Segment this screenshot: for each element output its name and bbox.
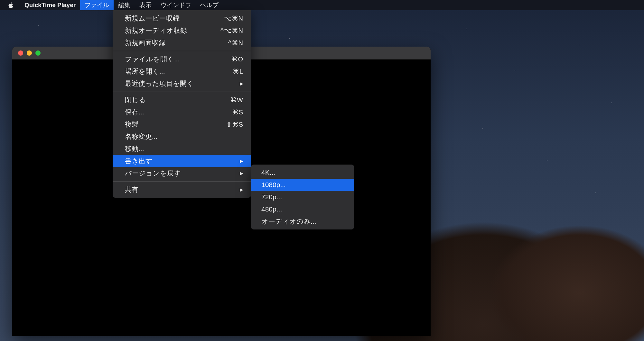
menu-編集[interactable]: 編集 [114, 0, 135, 10]
menu-表示[interactable]: 表示 [135, 0, 156, 10]
menu-item-label: 共有 [125, 185, 138, 194]
menu-shortcut: ⇧⌘S [226, 121, 243, 128]
menu-item-label: 場所を開く... [125, 67, 165, 76]
minimize-button[interactable] [27, 50, 32, 56]
menu-item-label: 新規画面収録 [125, 38, 165, 47]
traffic-lights [18, 50, 41, 56]
menu-ヘルプ[interactable]: ヘルプ [196, 0, 223, 10]
app-name[interactable]: QuickTime Player [20, 2, 80, 9]
apple-icon[interactable] [8, 2, 14, 8]
submenu-arrow-icon: ▶ [240, 81, 243, 86]
menu-item-複製[interactable]: 複製⇧⌘S [113, 118, 251, 130]
menu-item-ファイルを開く...[interactable]: ファイルを開く...⌘O [113, 53, 251, 65]
menu-item-label: 書き出す [125, 157, 153, 166]
menubar: QuickTime Player ファイル編集表示ウインドウヘルプ [0, 0, 644, 10]
export-option-4K[interactable]: 4K... [251, 166, 354, 179]
menu-item-新規画面収録[interactable]: 新規画面収録^⌘N [113, 37, 251, 49]
menu-ウインドウ[interactable]: ウインドウ [156, 0, 196, 10]
menu-shortcut: ^⌘N [228, 39, 243, 47]
menu-item-label: 閉じる [125, 95, 146, 104]
menu-item-label: 保存... [125, 108, 144, 117]
menu-shortcut: ^⌥⌘N [220, 27, 243, 34]
menu-item-移動...[interactable]: 移動... [113, 143, 251, 155]
menu-item-label: 移動... [125, 144, 144, 153]
menu-shortcut: ⌘W [230, 96, 243, 104]
menu-separator [113, 51, 251, 51]
menu-item-書き出す[interactable]: 書き出す▶ [113, 155, 251, 167]
export-submenu: 4K...1080p...720p...480p...オーディオのみ... [251, 165, 354, 229]
export-option-480p[interactable]: 480p... [251, 203, 354, 215]
menu-item-新規オーディオ収録[interactable]: 新規オーディオ収録^⌥⌘N [113, 24, 251, 37]
menu-shortcut: ⌘O [231, 55, 243, 63]
menu-shortcut: ⌘L [233, 67, 243, 75]
export-option-オーディオのみ[interactable]: オーディオのみ... [251, 215, 354, 228]
file-menu-dropdown: 新規ムービー収録⌥⌘N新規オーディオ収録^⌥⌘N新規画面収録^⌘Nファイルを開く… [113, 10, 251, 198]
menu-item-新規ムービー収録[interactable]: 新規ムービー収録⌥⌘N [113, 12, 251, 24]
menu-item-名称変更...[interactable]: 名称変更... [113, 130, 251, 143]
menu-shortcut: ⌥⌘N [224, 14, 243, 22]
menu-item-バージョンを戻す[interactable]: バージョンを戻す▶ [113, 167, 251, 179]
menu-item-label: 名称変更... [125, 132, 158, 141]
close-button[interactable] [18, 50, 23, 56]
submenu-arrow-icon: ▶ [240, 171, 243, 176]
menu-item-label: 最近使った項目を開く [125, 79, 194, 88]
menu-item-共有[interactable]: 共有▶ [113, 184, 251, 196]
menu-item-閉じる[interactable]: 閉じる⌘W [113, 94, 251, 106]
menu-item-label: 新規ムービー収録 [125, 14, 180, 23]
menu-separator [113, 92, 251, 92]
zoom-button[interactable] [35, 50, 41, 56]
submenu-arrow-icon: ▶ [240, 158, 243, 164]
menu-item-label: 新規オーディオ収録 [125, 26, 187, 35]
menu-item-label: バージョンを戻す [125, 169, 181, 178]
export-option-1080p[interactable]: 1080p... [251, 179, 354, 191]
menu-separator [113, 181, 251, 182]
menu-item-label: 複製 [125, 120, 138, 129]
menu-ファイル[interactable]: ファイル [80, 0, 114, 10]
submenu-arrow-icon: ▶ [240, 187, 243, 192]
menu-item-場所を開く...[interactable]: 場所を開く...⌘L [113, 65, 251, 77]
menu-item-label: ファイルを開く... [125, 55, 180, 64]
menu-item-最近使った項目を開く[interactable]: 最近使った項目を開く▶ [113, 77, 251, 90]
menu-shortcut: ⌘S [232, 108, 243, 116]
menu-item-保存...[interactable]: 保存...⌘S [113, 106, 251, 118]
export-option-720p[interactable]: 720p... [251, 191, 354, 203]
